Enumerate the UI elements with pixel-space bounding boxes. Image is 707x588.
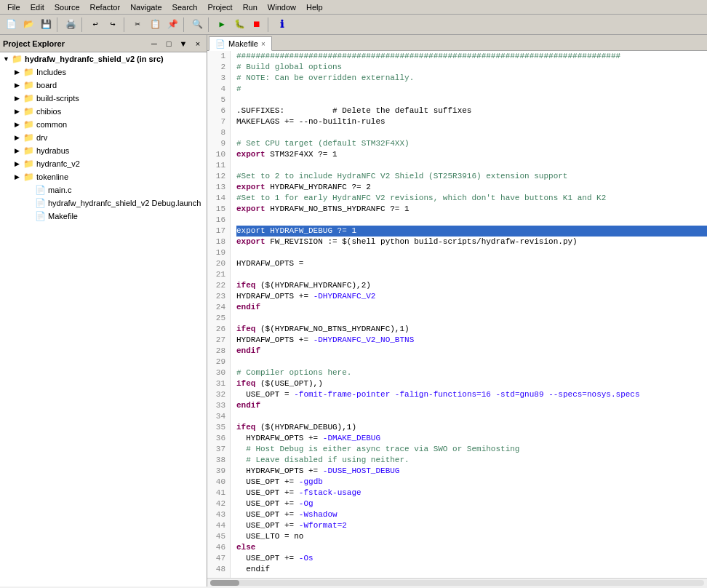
- panel-title: Project Explorer: [3, 39, 145, 48]
- search-button[interactable]: 🔍: [189, 17, 205, 33]
- tab-makefile-close-icon[interactable]: ×: [261, 40, 265, 48]
- line-num-47: 47: [207, 553, 230, 564]
- paste-button[interactable]: 📌: [164, 17, 180, 33]
- tree-root[interactable]: ▼ 📁 hydrafw_hydranfc_shield_v2 (in src): [0, 52, 207, 65]
- menu-edit[interactable]: Edit: [26, 1, 49, 13]
- menu-source[interactable]: Source: [50, 1, 84, 13]
- line-num-3: 3: [207, 73, 230, 84]
- line-num-15: 15: [207, 204, 230, 215]
- menu-window[interactable]: Window: [263, 1, 300, 13]
- tree-item-board[interactable]: ▶ 📁 board: [0, 79, 207, 92]
- code-line-33: endif: [236, 400, 707, 411]
- editor-tabs: 📄 Makefile ×: [207, 35, 707, 51]
- line-num-8: 8: [207, 127, 230, 138]
- debug-launch-spacer: [26, 199, 35, 207]
- tree-item-tokenline[interactable]: ▶ 📁 tokenline: [0, 170, 207, 183]
- tokenline-label: tokenline: [36, 172, 68, 181]
- copy-button[interactable]: 📋: [147, 17, 163, 33]
- root-toggle-icon: ▼: [3, 55, 12, 63]
- code-line-16: [236, 215, 707, 226]
- code-line-24: endif: [236, 302, 707, 313]
- build-scripts-label: build-scripts: [36, 94, 79, 103]
- code-line-42: USE_OPT += -Og: [236, 498, 707, 509]
- menu-run[interactable]: Run: [239, 1, 262, 13]
- line-num-43: 43: [207, 509, 230, 520]
- root-project-icon: 📁: [12, 54, 23, 64]
- line-num-5: 5: [207, 95, 230, 106]
- code-line-35: ifeq ($(HYDRAFW_DEBUG),1): [236, 422, 707, 433]
- line-num-34: 34: [207, 411, 230, 422]
- chibios-toggle-icon: ▶: [15, 108, 23, 115]
- code-line-31: ifeq ($(USE_OPT),): [236, 378, 707, 389]
- menu-project[interactable]: Project: [203, 1, 236, 13]
- tree-item-common[interactable]: ▶ 📁 common: [0, 118, 207, 131]
- line-num-23: 23: [207, 291, 230, 302]
- menu-help[interactable]: Help: [302, 1, 327, 13]
- save-button[interactable]: 💾: [38, 17, 54, 33]
- tree-item-build-scripts[interactable]: ▶ 📁 build-scripts: [0, 92, 207, 105]
- main-layout: Project Explorer ─ □ ▼ × ▼ 📁 hydrafw_hyd…: [0, 35, 707, 587]
- line-num-24: 24: [207, 302, 230, 313]
- redo-button[interactable]: ↪: [105, 17, 121, 33]
- code-line-48: endif: [236, 564, 707, 575]
- menu-file[interactable]: File: [3, 1, 25, 13]
- run-button[interactable]: ▶: [214, 17, 230, 33]
- horizontal-scrollbar[interactable]: [207, 578, 707, 587]
- panel-minimize-button[interactable]: ─: [148, 38, 160, 49]
- panel-close-button[interactable]: ×: [192, 38, 204, 49]
- new-button[interactable]: 📄: [3, 17, 19, 33]
- code-line-28: endif: [236, 346, 707, 357]
- editor-area: 📄 Makefile × 123456789101112131415161718…: [207, 35, 707, 587]
- cut-button[interactable]: ✂: [129, 17, 145, 33]
- board-folder-icon: 📁: [23, 80, 34, 90]
- panel-filter-button[interactable]: ▼: [177, 38, 189, 49]
- menu-search[interactable]: Search: [168, 1, 202, 13]
- tree-item-includes[interactable]: ▶ 📁 Includes: [0, 65, 207, 79]
- menu-navigate[interactable]: Navigate: [126, 1, 166, 13]
- tab-makefile[interactable]: 📄 Makefile ×: [209, 36, 272, 51]
- editor-content[interactable]: 1234567891011121314151617181920212223242…: [207, 51, 707, 578]
- line-num-28: 28: [207, 346, 230, 357]
- code-line-45: USE_LTO = no: [236, 531, 707, 542]
- code-line-46: else: [236, 542, 707, 553]
- tree-item-chibios[interactable]: ▶ 📁 chibios: [0, 105, 207, 118]
- code-line-39: HYDRAFW_OPTS += -DUSE_HOST_DEBUG: [236, 466, 707, 477]
- scrollbar-track: [210, 580, 704, 586]
- print-button[interactable]: 🖨️: [63, 17, 79, 33]
- tree-item-drv[interactable]: ▶ 📁 drv: [0, 131, 207, 144]
- line-num-7: 7: [207, 116, 230, 127]
- panel-maximize-button[interactable]: □: [163, 38, 175, 49]
- scrollbar-thumb[interactable]: [210, 580, 239, 586]
- tree-item-debug-launch[interactable]: 📄 hydrafw_hydranfc_shield_v2 Debug.launc…: [0, 196, 207, 210]
- tree-item-hydrabus[interactable]: ▶ 📁 hydrabus: [0, 144, 207, 157]
- code-line-40: USE_OPT += -ggdb: [236, 477, 707, 488]
- code-line-8: [236, 127, 707, 138]
- code-line-34: [236, 411, 707, 422]
- line-num-1: 1: [207, 51, 230, 62]
- line-num-18: 18: [207, 237, 230, 247]
- code-line-41: USE_OPT += -fstack-usage: [236, 488, 707, 498]
- code-line-11: [236, 160, 707, 171]
- line-num-40: 40: [207, 477, 230, 488]
- line-num-14: 14: [207, 193, 230, 204]
- menu-refactor[interactable]: Refactor: [86, 1, 125, 13]
- tree-item-main-c[interactable]: 📄 main.c: [0, 183, 207, 196]
- undo-button[interactable]: ↩: [87, 17, 103, 33]
- hydranfc-v2-toggle-icon: ▶: [15, 160, 23, 167]
- tree-item-hydranfc-v2[interactable]: ▶ 📁 hydranfc_v2: [0, 157, 207, 170]
- menubar: File Edit Source Refactor Navigate Searc…: [0, 0, 707, 15]
- line-num-22: 22: [207, 280, 230, 291]
- drv-label: drv: [36, 133, 47, 142]
- hydrabus-folder-icon: 📁: [23, 146, 34, 156]
- code-line-7: MAKEFLAGS += --no-builtin-rules: [236, 116, 707, 127]
- includes-label: Includes: [36, 68, 66, 76]
- help-button[interactable]: ℹ: [273, 17, 289, 33]
- line-num-38: 38: [207, 455, 230, 466]
- line-num-30: 30: [207, 368, 230, 378]
- line-num-41: 41: [207, 488, 230, 498]
- tree-item-makefile[interactable]: 📄 Makefile: [0, 210, 207, 223]
- open-button[interactable]: 📂: [20, 17, 36, 33]
- toolbar: 📄 📂 💾 🖨️ ↩ ↪ ✂ 📋 📌 🔍 ▶ 🐛 ⏹ ℹ: [0, 15, 707, 35]
- stop-button[interactable]: ⏹: [249, 17, 265, 33]
- debug-button[interactable]: 🐛: [231, 17, 247, 33]
